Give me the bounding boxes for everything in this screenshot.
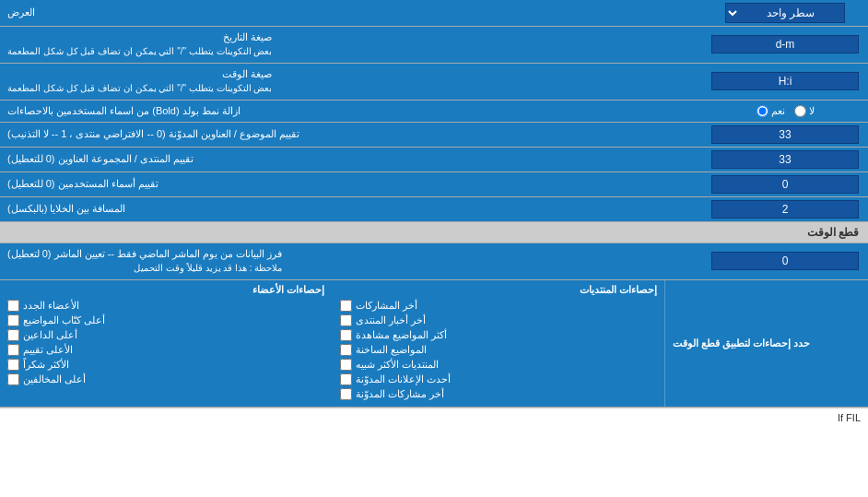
- cb-forum-2[interactable]: [340, 314, 352, 326]
- footer-area: If FIL: [0, 408, 868, 427]
- forum-group-input-cell: 33: [702, 148, 868, 172]
- bold-no-radio[interactable]: [794, 105, 806, 117]
- cb-member-2[interactable]: [7, 314, 19, 326]
- display-select[interactable]: سطر واحدسطرانثلاثة أسطر: [725, 3, 845, 23]
- cb-forum-4[interactable]: [340, 344, 352, 356]
- member-stats-col: إحصاءات الأعضاء الأعضاء الجدد أعلى كتّاب…: [0, 280, 333, 407]
- forum-stats-col: إحصاءات المنتديات أخر المشاركات أخر أخبا…: [333, 280, 666, 407]
- users-names-label: تقييم أسماء المستخدمين (0 للتعطيل): [0, 172, 702, 196]
- time-filter-row: 0 فرز البيانات من يوم الماشر الماضي فقط …: [0, 243, 868, 280]
- time-format-row: H:i صيغة الوقتبعض التكوينات يتطلب "/" ال…: [0, 64, 868, 101]
- cb-forum-5[interactable]: [340, 359, 352, 371]
- bold-label: ازالة نمط بولد (Bold) من اسماء المستخدمي…: [0, 101, 702, 122]
- users-names-row: 0 تقييم أسماء المستخدمين (0 للتعطيل): [0, 172, 868, 197]
- time-section-header-row: قطع الوقت: [0, 222, 868, 243]
- date-format-input-cell: d-m: [702, 27, 868, 63]
- bold-yes-label[interactable]: نعم: [757, 105, 785, 117]
- stat-member-3: أعلى الداعين: [7, 329, 325, 341]
- stat-member-4: الأعلى تقييم: [7, 344, 325, 356]
- cb-forum-3[interactable]: [340, 329, 352, 341]
- bold-radio-cell: لا نعم: [702, 101, 868, 122]
- forum-group-input[interactable]: 33: [711, 150, 859, 169]
- time-filter-input[interactable]: 0: [711, 252, 859, 270]
- footer-text: If FIL: [838, 412, 861, 423]
- topics-row: 33 تقييم الموضوع / العناوين المدوّنة (0 …: [0, 123, 868, 148]
- stat-forum-6: أحدث الإعلانات المدوّنة: [340, 373, 658, 385]
- forum-group-label: تقييم المنتدى / المجموعة العناوين (0 للت…: [0, 148, 702, 172]
- bold-yes-radio[interactable]: [757, 105, 768, 117]
- cell-spacing-input[interactable]: 2: [711, 200, 859, 219]
- forum-group-row: 33 تقييم المنتدى / المجموعة العناوين (0 …: [0, 148, 868, 172]
- forum-stats-header: إحصاءات المنتديات: [340, 284, 658, 296]
- stat-forum-5: المنتديات الأكثر شبيه: [340, 359, 658, 371]
- date-format-label: صيغة التاريخبعض التكوينات يتطلب "/" التي…: [0, 27, 702, 63]
- topics-input[interactable]: 33: [711, 125, 859, 144]
- cb-member-3[interactable]: [7, 329, 19, 341]
- date-format-row: d-m صيغة التاريخبعض التكوينات يتطلب "/" …: [0, 27, 868, 64]
- cb-forum-6[interactable]: [340, 373, 352, 385]
- stat-member-5: الأكثر شكراً: [7, 359, 325, 371]
- cell-spacing-input-cell: 2: [702, 197, 868, 221]
- stat-forum-4: المواضيع الساخنة: [340, 344, 658, 356]
- time-filter-label: فرز البيانات من يوم الماشر الماضي فقط --…: [0, 243, 702, 279]
- stat-forum-3: أكثر المواضيع مشاهدة: [340, 329, 658, 341]
- display-input-cell: سطر واحدسطرانثلاثة أسطر: [702, 0, 868, 26]
- stat-forum-7: أخر مشاركات المدوّنة: [340, 388, 658, 400]
- topics-label: تقييم الموضوع / العناوين المدوّنة (0 -- …: [0, 123, 702, 147]
- display-row: سطر واحدسطرانثلاثة أسطر العرض: [0, 0, 868, 27]
- stat-member-6: أعلى المخالفين: [7, 373, 325, 385]
- display-label: العرض: [0, 0, 702, 26]
- bold-row: لا نعم ازالة نمط بولد (Bold) من اسماء ال…: [0, 101, 868, 123]
- date-format-input[interactable]: d-m: [711, 35, 859, 53]
- cell-spacing-row: 2 المسافة بين الخلايا (بالبكسل): [0, 197, 868, 222]
- cb-forum-1[interactable]: [340, 300, 352, 312]
- stat-member-2: أعلى كتّاب المواضيع: [7, 314, 325, 326]
- member-stats-header: إحصاءات الأعضاء: [7, 284, 325, 296]
- time-format-input[interactable]: H:i: [711, 72, 859, 90]
- stats-apply-label: حدد إحصاءات لتطبيق قطع الوقت: [665, 280, 868, 407]
- users-names-input-cell: 0: [702, 172, 868, 196]
- topics-input-cell: 33: [702, 123, 868, 147]
- cb-member-5[interactable]: [7, 359, 19, 371]
- stat-forum-2: أخر أخبار المنتدى: [340, 314, 658, 326]
- time-section-header: قطع الوقت: [0, 222, 868, 243]
- cb-forum-7[interactable]: [340, 388, 352, 400]
- stat-member-1: الأعضاء الجدد: [7, 300, 325, 312]
- cb-member-4[interactable]: [7, 344, 19, 356]
- users-names-input[interactable]: 0: [711, 175, 859, 194]
- time-format-label: صيغة الوقتبعض التكوينات يتطلب "/" التي ي…: [0, 64, 702, 100]
- cell-spacing-label: المسافة بين الخلايا (بالبكسل): [0, 197, 702, 221]
- time-format-input-cell: H:i: [702, 64, 868, 100]
- cb-member-6[interactable]: [7, 373, 19, 385]
- stat-forum-1: أخر المشاركات: [340, 300, 658, 312]
- stats-row: حدد إحصاءات لتطبيق قطع الوقت إحصاءات الم…: [0, 280, 868, 408]
- time-filter-input-cell: 0: [702, 243, 868, 279]
- bold-no-label[interactable]: لا: [794, 105, 815, 117]
- cb-member-1[interactable]: [7, 300, 19, 312]
